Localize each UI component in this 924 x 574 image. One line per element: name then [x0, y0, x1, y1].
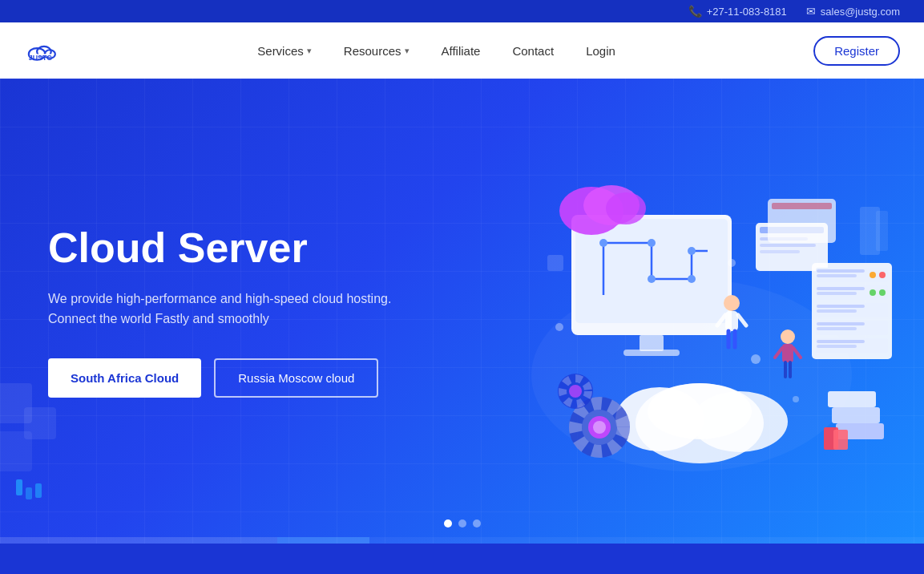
- email-address: sales@justg.com: [821, 6, 900, 18]
- nav-link-affiliate[interactable]: Affiliate: [426, 44, 497, 58]
- svg-rect-36: [772, 203, 832, 209]
- svg-point-20: [599, 239, 607, 247]
- svg-point-39: [879, 272, 886, 278]
- nav-item-login[interactable]: Login: [570, 44, 631, 58]
- svg-point-70: [793, 396, 799, 402]
- topbar: 📞 +27-11-083-8181 ✉ sales@justg.com: [0, 0, 924, 22]
- nav-item-resources[interactable]: Resources ▾: [328, 44, 426, 58]
- svg-point-44: [879, 289, 886, 296]
- svg-point-82: [781, 329, 795, 344]
- phone-number: +27-11-083-8181: [707, 6, 787, 18]
- slide-dot-3[interactable]: [473, 519, 481, 528]
- svg-point-40: [870, 272, 876, 278]
- svg-point-23: [688, 275, 696, 283]
- svg-point-24: [688, 247, 696, 255]
- nav-link-services[interactable]: Services ▾: [241, 44, 328, 58]
- svg-rect-33: [760, 244, 816, 247]
- svg-point-71: [728, 259, 736, 267]
- svg-rect-83: [782, 344, 793, 362]
- svg-rect-75: [876, 211, 888, 251]
- svg-point-68: [569, 385, 582, 398]
- topbar-email: ✉ sales@justg.com: [806, 5, 900, 18]
- svg-point-69: [751, 354, 761, 364]
- svg-point-29: [606, 192, 646, 224]
- svg-rect-89: [832, 407, 880, 423]
- register-button[interactable]: Register: [813, 36, 900, 66]
- slide-dots: [444, 519, 481, 528]
- nav-links: Services ▾ Resources ▾ Affiliate Contact…: [241, 44, 631, 58]
- hero-buttons: South Africa Cloud Russia Moscow cloud: [48, 358, 391, 398]
- logo-icon: JUSTG: [24, 38, 59, 63]
- hero-section: Cloud Server We provide high-performance…: [0, 79, 924, 544]
- svg-point-60: [648, 383, 752, 439]
- topbar-phone: 📞 +27-11-083-8181: [688, 5, 787, 18]
- svg-rect-26: [623, 350, 680, 356]
- svg-point-76: [724, 295, 740, 311]
- svg-rect-8: [16, 479, 22, 495]
- hero-description: We provide high-performance and high-spe…: [48, 289, 391, 329]
- logo[interactable]: JUSTG: [24, 38, 59, 63]
- svg-rect-46: [817, 287, 865, 290]
- hero-content: Cloud Server We provide high-performance…: [0, 224, 439, 398]
- svg-rect-53: [817, 327, 857, 330]
- svg-rect-73: [547, 255, 563, 271]
- nav-item-services[interactable]: Services ▾: [241, 44, 328, 58]
- nav-link-contact[interactable]: Contact: [496, 44, 570, 58]
- slide-dot-2[interactable]: [458, 519, 466, 528]
- south-africa-cloud-button[interactable]: South Africa Cloud: [48, 358, 201, 398]
- svg-rect-25: [640, 335, 664, 351]
- hero-title: Cloud Server: [48, 224, 391, 273]
- svg-rect-10: [35, 483, 42, 498]
- svg-rect-56: [817, 345, 857, 348]
- svg-point-72: [555, 323, 563, 331]
- svg-point-45: [870, 289, 876, 296]
- resources-dropdown-arrow: ▾: [405, 46, 410, 56]
- svg-point-22: [648, 275, 656, 283]
- svg-rect-7: [24, 407, 56, 439]
- cloud-server-illustration: [443, 119, 908, 503]
- email-icon: ✉: [806, 5, 816, 18]
- russia-moscow-cloud-button[interactable]: Russia Moscow cloud: [214, 358, 378, 398]
- svg-rect-49: [817, 305, 865, 308]
- nav-link-login[interactable]: Login: [570, 44, 631, 58]
- services-dropdown-arrow: ▾: [307, 46, 312, 56]
- nav-link-resources[interactable]: Resources ▾: [328, 44, 426, 58]
- slide-dot-1[interactable]: [444, 519, 452, 528]
- svg-rect-55: [817, 340, 865, 343]
- svg-rect-47: [817, 292, 857, 295]
- svg-point-21: [648, 239, 656, 247]
- svg-rect-52: [817, 322, 865, 325]
- nav-item-affiliate[interactable]: Affiliate: [426, 44, 497, 58]
- phone-icon: 📞: [688, 5, 702, 18]
- nav-item-contact[interactable]: Contact: [496, 44, 570, 58]
- svg-rect-41: [817, 269, 865, 273]
- svg-rect-9: [26, 487, 32, 499]
- svg-rect-77: [725, 311, 738, 331]
- svg-rect-42: [817, 274, 857, 277]
- hero-illustration: [427, 79, 924, 544]
- svg-rect-50: [817, 309, 857, 313]
- svg-rect-92: [833, 430, 848, 450]
- svg-point-65: [593, 421, 606, 434]
- svg-text:JUSTG: JUSTG: [29, 54, 52, 62]
- svg-rect-88: [828, 391, 876, 407]
- svg-rect-34: [760, 250, 800, 253]
- navbar: JUSTG Services ▾ Resources ▾ Affiliate C…: [0, 22, 924, 79]
